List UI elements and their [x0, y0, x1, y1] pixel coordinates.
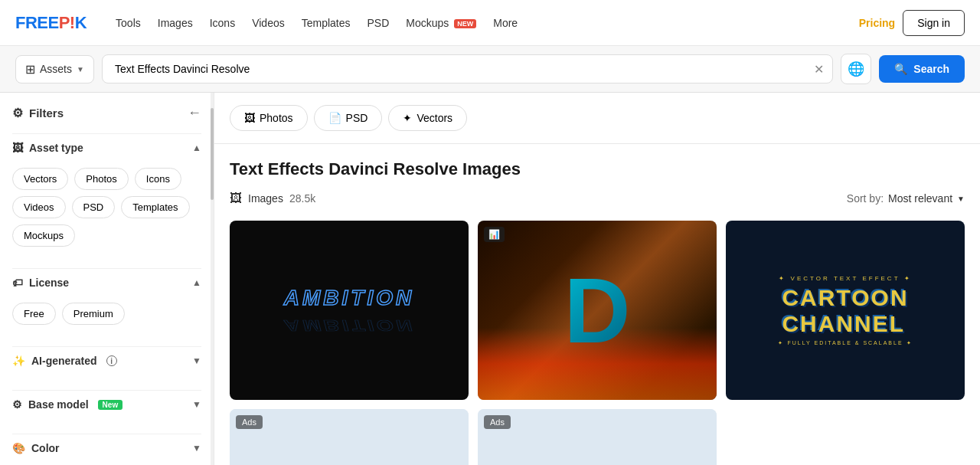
base-model-header[interactable]: ⚙ Base model New ▼ — [12, 390, 201, 418]
tab-psd[interactable]: 📄 PSD — [314, 105, 383, 131]
image-card-cartoon[interactable]: ✦ VECTOR TEXT EFFECT ✦ CARTOON CHANNEL ✦… — [726, 221, 965, 400]
image-card-ads-1[interactable]: Ads — [230, 409, 469, 465]
filter-tag-vectors[interactable]: Vectors — [12, 168, 68, 190]
sort-by-control[interactable]: Sort by: Most relevant ▼ — [847, 192, 965, 205]
cartoon-title-text: CARTOON CHANNEL — [782, 285, 908, 337]
photo-icon: 🖼 — [244, 112, 255, 124]
chevron-up-license-icon: ▲ — [192, 277, 201, 288]
pricing-link[interactable]: Pricing — [859, 17, 895, 29]
nav-icons[interactable]: Icons — [202, 12, 243, 34]
filter-section-ai: ✨ AI-generated i ▼ — [12, 346, 201, 375]
nav-more[interactable]: More — [485, 12, 525, 34]
ads-badge-1: Ads — [236, 415, 263, 429]
nav-templates[interactable]: Templates — [294, 12, 358, 34]
tab-photos[interactable]: 🖼 Photos — [230, 105, 308, 131]
nav-mockups[interactable]: Mockups NEW — [398, 12, 484, 34]
cartoon-image: ✦ VECTOR TEXT EFFECT ✦ CARTOON CHANNEL ✦… — [726, 221, 965, 400]
chevron-up-icon: ▲ — [192, 142, 201, 153]
header: FREEP!K Tools Images Icons Videos Templa… — [0, 0, 980, 46]
collapse-sidebar-button[interactable]: ← — [188, 105, 201, 121]
nav-images[interactable]: Images — [150, 12, 201, 34]
chevron-down-ai-icon: ▼ — [192, 355, 201, 366]
image-card-ambition[interactable]: AMBITION AMBITION — [230, 221, 469, 400]
nav-psd[interactable]: PSD — [360, 12, 397, 34]
filter-section-title-color: 🎨 Color — [12, 442, 60, 454]
ambition-content: AMBITION AMBITION — [284, 286, 414, 335]
color-header[interactable]: 🎨 Color ▼ — [12, 434, 201, 462]
ai-generated-header[interactable]: ✨ AI-generated i ▼ — [12, 346, 201, 375]
search-bar: ⊞ Assets ▼ ✕ 🌐 🔍 Search — [0, 46, 980, 93]
filter-section-asset-type: 🖼 Asset type ▲ Vectors Photos Icons Vide… — [12, 133, 201, 253]
chevron-down-color-icon: ▼ — [192, 443, 201, 454]
image-card-ads-2[interactable]: Ads — [478, 409, 717, 465]
translate-icon: 🌐 — [848, 61, 864, 77]
scrollbar-track — [211, 93, 214, 465]
filter-section-base-model: ⚙ Base model New ▼ — [12, 390, 201, 418]
filters-label: Filters — [29, 106, 64, 120]
collapse-icon: ← — [188, 105, 201, 121]
results-number: 28.5k — [289, 192, 315, 205]
chevron-down-base-model-icon: ▼ — [192, 399, 201, 410]
logo-text: FREEP!K — [15, 13, 87, 33]
vector-label-top: ✦ VECTOR TEXT EFFECT ✦ — [779, 275, 911, 282]
filter-tag-videos[interactable]: Videos — [12, 196, 66, 218]
translate-button[interactable]: 🌐 — [841, 54, 871, 84]
filter-section-title-license: 🏷 License — [12, 277, 69, 289]
tab-photos-label: Photos — [260, 112, 293, 124]
search-input[interactable] — [102, 54, 833, 84]
filter-section-title-asset-type: 🖼 Asset type — [12, 142, 83, 154]
base-model-icon: ⚙ — [12, 398, 22, 411]
info-icon[interactable]: i — [106, 355, 117, 366]
nav-videos[interactable]: Videos — [244, 12, 292, 34]
filter-tag-free[interactable]: Free — [12, 303, 56, 325]
cartoon-word: CARTOON — [782, 285, 908, 311]
filter-section-title-ai: ✨ AI-generated i — [12, 355, 117, 367]
content-body: Text Effects Davinci Resolve Images 🖼 Im… — [214, 144, 980, 465]
filter-tag-premium[interactable]: Premium — [62, 303, 125, 325]
chevron-down-icon: ▼ — [77, 65, 84, 74]
asset-type-tags: Vectors Photos Icons Videos PSD Template… — [12, 162, 201, 253]
page-title: Text Effects Davinci Resolve Images — [230, 159, 965, 179]
search-button-label: Search — [913, 63, 949, 75]
image-card-letter-d[interactable]: 📊 D — [478, 221, 717, 400]
asset-type-header[interactable]: 🖼 Asset type ▲ — [12, 133, 201, 162]
search-input-wrapper: ✕ — [102, 54, 833, 84]
sort-label: Sort by: — [847, 192, 884, 205]
tab-psd-label: PSD — [346, 112, 368, 124]
assets-grid-icon: ⊞ — [25, 62, 35, 77]
assets-label: Assets — [40, 63, 72, 75]
color-icon: 🎨 — [12, 442, 25, 454]
filter-tag-icons[interactable]: Icons — [135, 168, 181, 190]
results-info: 🖼 Images 28.5k Sort by: Most relevant ▼ — [230, 192, 965, 205]
sort-value: Most relevant — [888, 192, 952, 205]
asset-type-icon: 🖼 — [12, 142, 23, 154]
clear-button[interactable]: ✕ — [814, 62, 824, 77]
channel-word: CHANNEL — [782, 311, 908, 337]
ambition-reflection: AMBITION — [284, 316, 414, 333]
filter-tag-psd[interactable]: PSD — [72, 196, 116, 218]
filter-tag-mockups[interactable]: Mockups — [12, 224, 75, 247]
ads-placeholder-2: Ads — [478, 409, 717, 465]
search-button[interactable]: 🔍 Search — [879, 55, 965, 83]
vectors-icon: ✦ — [403, 112, 412, 124]
scrollbar-thumb[interactable] — [211, 108, 214, 200]
filter-section-license: 🏷 License ▲ Free Premium — [12, 268, 201, 331]
ambition-image: AMBITION AMBITION — [230, 221, 469, 400]
ads-placeholder-1: Ads — [230, 409, 469, 465]
image-grid: AMBITION AMBITION 📊 D — [230, 221, 965, 465]
tab-vectors-label: Vectors — [416, 112, 452, 124]
nav-tools[interactable]: Tools — [108, 12, 149, 34]
tab-vectors[interactable]: ✦ Vectors — [388, 105, 467, 131]
sign-in-button[interactable]: Sign in — [903, 10, 965, 36]
license-header[interactable]: 🏷 License ▲ — [12, 268, 201, 296]
filter-tag-photos[interactable]: Photos — [74, 168, 128, 190]
assets-dropdown[interactable]: ⊞ Assets ▼ — [15, 55, 94, 84]
filters-title: ⚙ Filters — [12, 106, 64, 120]
license-icon: 🏷 — [12, 277, 23, 289]
sort-chevron-icon: ▼ — [957, 195, 965, 203]
filter-section-title-base-model: ⚙ Base model New — [12, 398, 122, 411]
logo[interactable]: FREEP!K — [15, 13, 87, 33]
ambition-text: AMBITION — [284, 286, 414, 310]
main-nav: Tools Images Icons Videos Templates PSD … — [108, 12, 525, 34]
filter-tag-templates[interactable]: Templates — [121, 196, 189, 218]
